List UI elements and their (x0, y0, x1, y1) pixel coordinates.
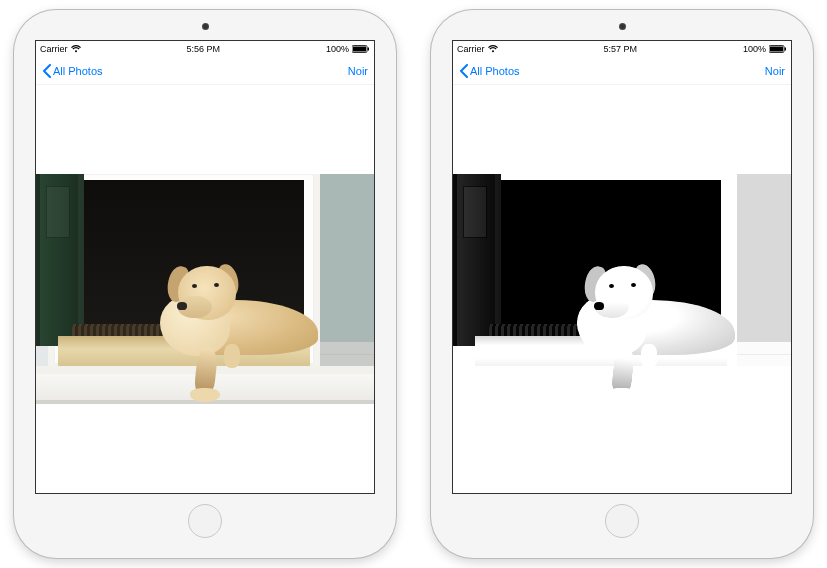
battery-percent: 100% (326, 44, 349, 54)
back-label: All Photos (470, 65, 520, 77)
dog (148, 252, 323, 387)
noir-action-button[interactable]: Noir (765, 65, 785, 77)
back-button[interactable]: All Photos (42, 64, 103, 78)
battery-icon (769, 45, 787, 53)
home-button[interactable] (188, 504, 222, 538)
svg-rect-2 (367, 48, 369, 51)
ipad-device-right: Carrier 5:57 PM 100% All Photos Noir (431, 10, 813, 558)
status-bar: Carrier 5:57 PM 100% (453, 41, 791, 57)
carrier-label: Carrier (457, 44, 485, 54)
back-button[interactable]: All Photos (459, 64, 520, 78)
photo (453, 174, 791, 404)
svg-rect-5 (784, 48, 786, 51)
navigation-bar: All Photos Noir (36, 57, 374, 85)
screen: Carrier 5:57 PM 100% All Photos Noir (452, 40, 792, 494)
wifi-icon (488, 45, 498, 53)
ipad-device-left: Carrier 5:56 PM 100% All Photos Noir (14, 10, 396, 558)
svg-rect-4 (770, 47, 783, 52)
noir-action-button[interactable]: Noir (348, 65, 368, 77)
status-bar: Carrier 5:56 PM 100% (36, 41, 374, 57)
clock: 5:56 PM (186, 44, 220, 54)
photo (36, 174, 374, 404)
screen: Carrier 5:56 PM 100% All Photos Noir (35, 40, 375, 494)
dog (565, 252, 740, 387)
chevron-left-icon (42, 64, 52, 78)
front-camera (619, 23, 626, 30)
chevron-left-icon (459, 64, 469, 78)
back-label: All Photos (53, 65, 103, 77)
navigation-bar: All Photos Noir (453, 57, 791, 85)
home-button[interactable] (605, 504, 639, 538)
photo-viewer[interactable] (453, 85, 791, 493)
front-camera (202, 23, 209, 30)
clock: 5:57 PM (603, 44, 637, 54)
battery-percent: 100% (743, 44, 766, 54)
battery-icon (352, 45, 370, 53)
svg-rect-1 (353, 47, 366, 52)
wifi-icon (71, 45, 81, 53)
photo-viewer[interactable] (36, 85, 374, 493)
carrier-label: Carrier (40, 44, 68, 54)
